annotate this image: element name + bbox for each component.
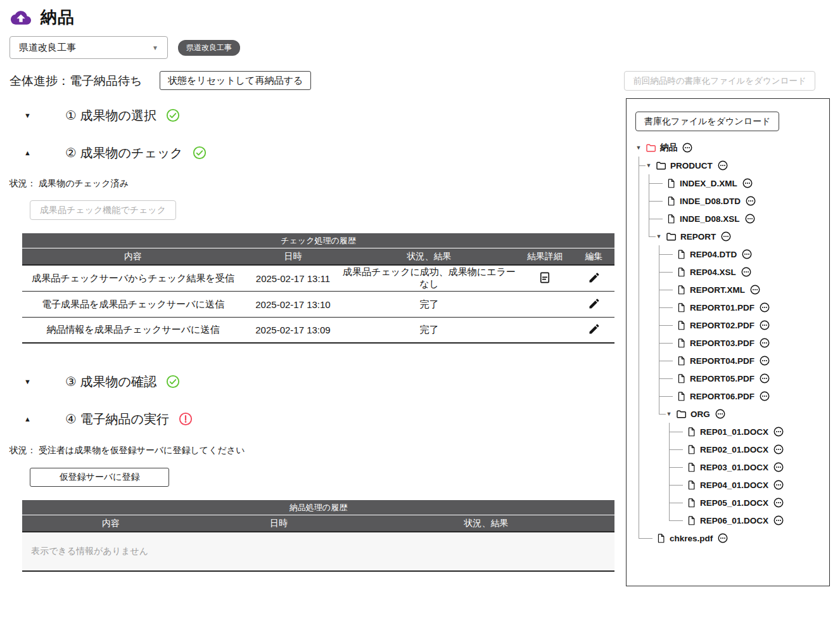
caret-down-icon[interactable]: ▼ (656, 233, 662, 240)
caret-down-icon[interactable]: ▼ (24, 378, 33, 385)
empty-state-message: 表示できる情報がありません (22, 532, 614, 572)
tree-item-file[interactable]: chkres.pdf (646, 529, 820, 547)
edit-pencil-icon[interactable] (588, 271, 601, 284)
folder-icon (656, 160, 666, 171)
ellipsis-menu-icon[interactable] (760, 391, 770, 401)
tree-node: REP04.DTD (666, 245, 820, 263)
caret-down-icon[interactable]: ▼ (24, 112, 33, 119)
success-check-icon (166, 108, 180, 122)
file-icon (656, 534, 666, 543)
result-detail-document-icon[interactable] (538, 271, 551, 284)
ellipsis-menu-icon[interactable] (741, 267, 751, 277)
page-header: 納品 (9, 6, 75, 29)
step-4-header: ▲ ④ 電子納品の実行 (24, 410, 193, 428)
tree-node: INDE_D08.XSL (656, 210, 820, 228)
tree-item-label: REPORT06.PDF (690, 392, 754, 401)
ellipsis-menu-icon[interactable] (746, 196, 756, 206)
ellipsis-menu-icon[interactable] (742, 178, 753, 188)
tree-item-folder[interactable]: ▼ ORG (666, 405, 820, 423)
tree-node: REPORT02.PDF (666, 316, 820, 334)
ellipsis-menu-icon[interactable] (742, 249, 752, 259)
overall-progress-label: 全体進捗：電子納品待ち (10, 73, 142, 89)
reset-redeliver-button[interactable]: 状態をリセットして再納品する (160, 71, 311, 90)
tree-item-file[interactable]: REPORT06.PDF (666, 387, 820, 405)
row-content: 電子成果品を成果品チェックサーバに送信 (22, 299, 244, 311)
tree-item-file[interactable]: REP01_01.DOCX (676, 423, 820, 441)
caret-down-icon[interactable]: ▼ (635, 145, 642, 151)
ellipsis-menu-icon[interactable] (773, 480, 784, 490)
tree-item-label: REP04.DTD (690, 250, 737, 259)
file-icon (666, 179, 676, 188)
result-detail-cell (516, 271, 573, 286)
ellipsis-menu-icon[interactable] (760, 320, 770, 330)
tree-item-file[interactable]: REPORT02.PDF (666, 316, 820, 334)
previous-archive-download-button[interactable]: 前回納品時の書庫化ファイルをダウンロード (624, 71, 815, 91)
tree-item-file[interactable]: REPORT03.PDF (666, 334, 820, 352)
step-4-status-text: 状況： 受注者は成果物を仮登録サーバに登録してください (10, 445, 245, 456)
file-icon (687, 463, 696, 472)
error-icon (179, 412, 193, 426)
ellipsis-menu-icon[interactable] (760, 302, 770, 312)
ellipsis-menu-icon[interactable] (760, 373, 770, 383)
tree-item-file[interactable]: INDE_D08.XSL (656, 210, 820, 228)
ellipsis-menu-icon[interactable] (750, 285, 760, 295)
tree-item-label: REPORT05.PDF (690, 374, 754, 383)
project-select[interactable]: 県道改良工事 ▼ (10, 36, 168, 59)
ellipsis-menu-icon[interactable] (773, 515, 784, 525)
edit-pencil-icon[interactable] (588, 323, 601, 335)
ellipsis-menu-icon[interactable] (773, 444, 784, 454)
tree-node: REP01_01.DOCX (676, 423, 820, 441)
ellipsis-menu-icon[interactable] (745, 214, 755, 224)
tree-node: ▼ REPORT (656, 228, 820, 529)
tree-item-file[interactable]: REP04_01.DOCX (676, 476, 820, 494)
tree-item-file[interactable]: REPORT01.PDF (666, 299, 820, 316)
ellipsis-menu-icon[interactable] (682, 143, 692, 153)
ellipsis-menu-icon[interactable] (760, 356, 770, 366)
check-tool-button[interactable]: 成果品チェック機能でチェック (30, 200, 176, 220)
edit-pencil-icon[interactable] (588, 297, 601, 310)
tree-item-file[interactable]: REP04.DTD (666, 245, 820, 263)
tree-item-root-folder[interactable]: ▼ 納品 (635, 139, 820, 157)
step-2-status-text: 状況： 成果物のチェック済み (10, 178, 129, 190)
tree-node: REPORT01.PDF (666, 299, 820, 316)
tree-item-file[interactable]: REPORT.XML (666, 281, 820, 299)
ellipsis-menu-icon[interactable] (721, 231, 731, 241)
tree-item-file[interactable]: REP06_01.DOCX (676, 512, 820, 529)
caret-down-icon[interactable]: ▼ (666, 411, 672, 417)
caret-up-icon[interactable]: ▲ (24, 415, 33, 423)
tree-item-file[interactable]: REP05_01.DOCX (676, 494, 820, 512)
folder-icon (676, 409, 687, 420)
tree-item-label: REP04_01.DOCX (700, 480, 768, 490)
ellipsis-menu-icon[interactable] (760, 338, 770, 348)
chevron-down-icon: ▼ (152, 44, 158, 51)
archive-download-button[interactable]: 書庫化ファイルをダウンロード (635, 112, 779, 131)
file-icon (677, 356, 686, 366)
tree-item-file[interactable]: INDEX_D.XML (656, 174, 820, 192)
file-icon (687, 498, 696, 508)
tree-item-folder[interactable]: ▼ REPORT (656, 228, 820, 245)
ellipsis-menu-icon[interactable] (715, 409, 725, 419)
ellipsis-menu-icon[interactable] (718, 160, 728, 171)
tree-node: REP04_01.DOCX (676, 476, 820, 494)
ellipsis-menu-icon[interactable] (773, 427, 784, 437)
tree-node: ▼ 納品 ▼ PRODUCT (635, 139, 820, 547)
tree-node: INDEX_D.XML (656, 174, 820, 192)
file-icon (666, 196, 676, 206)
tree-item-file[interactable]: REPORT05.PDF (666, 370, 820, 387)
row-result: 完了 (342, 299, 516, 311)
tree-item-file[interactable]: REP03_01.DOCX (676, 458, 820, 476)
tree-item-folder[interactable]: ▼ PRODUCT (646, 157, 820, 174)
page-title: 納品 (41, 6, 75, 29)
file-icon (666, 214, 676, 224)
caret-up-icon[interactable]: ▲ (24, 149, 33, 157)
tree-item-file[interactable]: REP02_01.DOCX (676, 441, 820, 458)
file-icon (677, 392, 686, 401)
register-temp-server-button[interactable]: 仮登録サーバに登録 (30, 468, 169, 487)
ellipsis-menu-icon[interactable] (773, 498, 784, 508)
caret-down-icon[interactable]: ▼ (646, 162, 652, 169)
tree-item-file[interactable]: REPORT04.PDF (666, 352, 820, 370)
ellipsis-menu-icon[interactable] (718, 533, 728, 543)
tree-item-file[interactable]: REP04.XSL (666, 263, 820, 281)
tree-item-file[interactable]: INDE_D08.DTD (656, 192, 820, 210)
ellipsis-menu-icon[interactable] (773, 462, 784, 472)
